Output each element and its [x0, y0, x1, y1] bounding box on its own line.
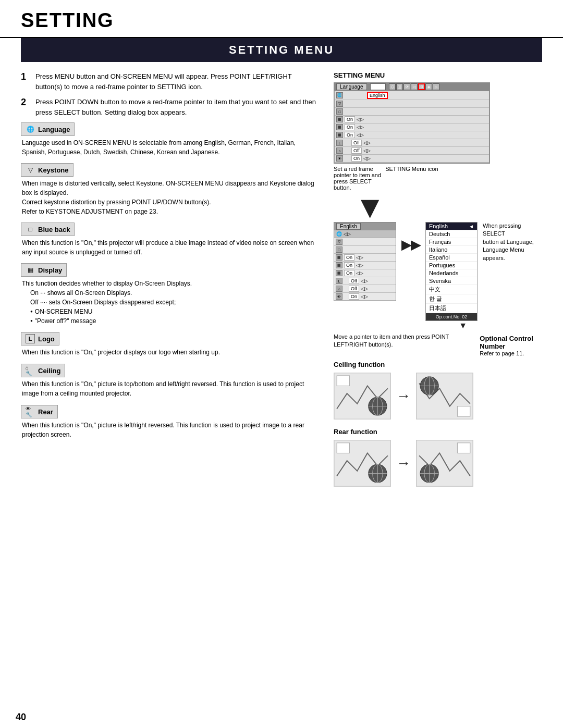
- sm-row-7: L Off ◁▷: [335, 139, 489, 147]
- lang-row-icon-6: L: [336, 278, 342, 284]
- keystone-body: When image is distorted vertically, sele…: [22, 179, 318, 216]
- sm-row-arrow-4: ◁▷: [357, 117, 364, 122]
- language-title: Language: [38, 126, 70, 133]
- lang-row-6: L Off◁▷: [334, 277, 396, 285]
- lang-row-icon-5: ▦: [336, 270, 342, 276]
- callout-set-text: Set a red frame pointer to item and pres…: [334, 166, 381, 191]
- lang-row-icon-3: ▦: [336, 254, 342, 261]
- sm-row-arrow-6: ◁▷: [357, 132, 364, 138]
- logo-title: Logo: [38, 335, 55, 343]
- sm-row-icon-4: ▦: [336, 116, 343, 122]
- lang-row-2: □: [334, 246, 396, 254]
- sm-row-icon-lang: 🌐: [336, 92, 343, 98]
- sm-row-arrow-8: ◁▷: [363, 148, 371, 153]
- lang-row-3: ▦ On◁▷: [334, 254, 396, 262]
- sm-row-3: □: [335, 108, 489, 116]
- left-column: 1 Press MENU button and ON-SCREEN MENU w…: [21, 71, 318, 446]
- sm-row-val-5: On: [345, 124, 355, 130]
- sm-row-arrow-5: ◁▷: [357, 125, 364, 130]
- sm-rows: 🌐 English ▽ □ ▦: [334, 91, 489, 163]
- two-col-layout: 1 Press MENU button and ON-SCREEN MENU w…: [21, 71, 542, 495]
- keystone-section: ▽ Keystone When image is distorted verti…: [21, 163, 318, 216]
- step-2-number: 2: [21, 97, 30, 117]
- sm-row-2: ▽: [335, 100, 489, 108]
- step-2-text: Press POINT DOWN button to move a red-fr…: [35, 97, 318, 117]
- sm-row-5: ▦ On ◁▷: [335, 124, 489, 131]
- logo-body: When this function is "On," projector di…: [22, 348, 318, 357]
- keystone-header: ▽ Keystone: [21, 163, 74, 177]
- sm-icon-6: ▷: [433, 83, 439, 90]
- rear-function-arrow: →: [396, 455, 411, 472]
- callout-set-red-frame: Set a red frame pointer to item and pres…: [334, 166, 381, 191]
- language-icon: 🌐: [26, 125, 35, 134]
- blue-back-body: When this function is "On," this project…: [22, 238, 318, 257]
- sm-row-lang-val: English: [367, 92, 388, 99]
- display-body: This function decides whether to display…: [22, 279, 318, 326]
- ceiling-title: Ceiling: [38, 367, 60, 375]
- rear-function-diagram: →: [334, 440, 542, 487]
- language-section: 🌐 Language Language used in ON-SCREEN ME…: [21, 122, 318, 157]
- lang-opcont: Op.cont.No. 02: [426, 313, 477, 320]
- section-title-bar: SETTING MENU: [21, 38, 542, 62]
- sm-icon-setting-selected: ⚙: [418, 83, 425, 90]
- page-wrapper: SETTING SETTING MENU 1 Press MENU button…: [0, 0, 563, 728]
- ceiling-function-diagram: →: [334, 373, 542, 419]
- sm-row-icon-3: □: [336, 108, 343, 115]
- sm-row-val-6: On: [345, 132, 355, 138]
- lang-top-icons-row: 🌐 ◁▷: [334, 230, 396, 238]
- rear-after-svg: [417, 440, 473, 486]
- callout-area-top: Set a red frame pointer to item and pres…: [334, 166, 542, 191]
- blue-back-header: □ Blue back: [21, 223, 75, 236]
- ceiling-function-label: Ceiling function: [334, 361, 542, 368]
- blue-back-title: Blue back: [38, 226, 70, 233]
- section-title-text: SETTING MENU: [229, 43, 334, 56]
- sm-icon-2: ◫: [396, 83, 403, 90]
- lang-item-francais: Français: [426, 238, 477, 246]
- sm-icons-row: ⬡ ◫ ⟳ ◁ ⚙ ◈ ▷: [389, 83, 439, 90]
- rear-body: When this function is "On," picture is l…: [22, 421, 318, 439]
- blue-back-icon: □: [26, 225, 35, 234]
- display-header: ▦ Display: [21, 263, 67, 277]
- lang-menu-rows: ▽ □ ▦ On◁▷ ▦ On◁▷: [334, 238, 396, 301]
- lang-row-icon-4: ▦: [336, 262, 342, 268]
- rear-function-section: Rear function: [334, 428, 542, 487]
- sm-auto-value: Auto: [370, 83, 386, 90]
- ceiling-header: ⌂🔧 Ceiling: [21, 364, 65, 377]
- logo-icon: L: [26, 334, 35, 343]
- language-list-container: English ◄ Deutsch Français Italiano: [425, 222, 478, 330]
- sm-icon-4: ◁: [411, 83, 418, 90]
- sm-row-arrow-9: ◁▷: [363, 156, 371, 161]
- sm-language-tab: Language: [336, 83, 367, 90]
- logo-section: L Logo When this function is "On," proje…: [21, 332, 318, 357]
- page-number: 40: [16, 712, 26, 723]
- sm-row-val-8: Off: [351, 147, 362, 154]
- sm-topbar: Language Auto ⬡ ◫ ⟳ ◁ ⚙ ◈ ▷: [334, 83, 489, 91]
- callout-setting-icon-label: SETTING Menu icon: [385, 166, 438, 191]
- lang-left-panel: English 🌐 ◁▷ ▽ □: [334, 222, 396, 301]
- display-off-text: Off ···· sets On-Screen Displays disappe…: [30, 298, 318, 307]
- sm-row-icon-6: ▦: [336, 132, 343, 138]
- display-on-text: On ··· shows all On-Screen Displays.: [30, 288, 318, 298]
- lang-row-val-5: On: [344, 270, 354, 276]
- setting-menu-mockup-top: Language Auto ⬡ ◫ ⟳ ◁ ⚙ ◈ ▷: [334, 82, 542, 191]
- lang-row-icon-1: ▽: [336, 239, 342, 245]
- ceiling-before-img: [334, 373, 391, 419]
- sm-row-icon-5: ▦: [336, 124, 343, 130]
- sm-row-icon-9: 👁: [336, 155, 343, 162]
- svg-rect-11: [457, 406, 470, 417]
- sm-row-arrow-7: ◁▷: [363, 140, 371, 145]
- step-1-text: Press MENU button and ON-SCREEN MENU wil…: [35, 71, 318, 92]
- right-column: SETTING MENU Language Auto ⬡ ◫ ⟳ ◁: [334, 71, 542, 495]
- display-icon: ▦: [26, 265, 35, 275]
- rear-title: Rear: [38, 408, 53, 416]
- language-list: English ◄ Deutsch Français Italiano: [425, 222, 478, 321]
- lang-item-espanol: Español: [426, 254, 477, 262]
- page-title: SETTING: [21, 9, 114, 31]
- ceiling-after-svg: [417, 373, 473, 419]
- ceiling-function-arrow: →: [396, 388, 411, 404]
- lang-row-8: 👁 On◁▷: [334, 293, 396, 301]
- rear-section: 👁🔧 Rear When this function is "On," pict…: [21, 404, 318, 439]
- lang-row-icon-8: 👁: [336, 293, 342, 300]
- lang-item-deutsch: Deutsch: [426, 230, 477, 238]
- blue-back-section: □ Blue back When this function is "On," …: [21, 223, 318, 257]
